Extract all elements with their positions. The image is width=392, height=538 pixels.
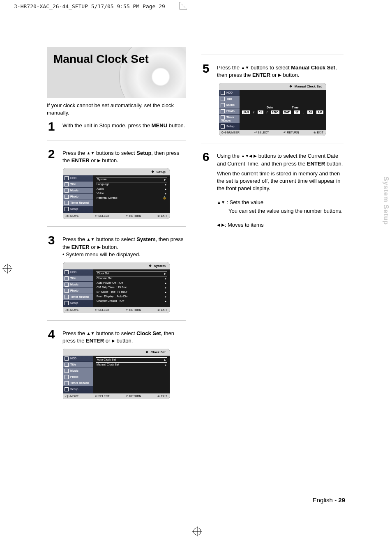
osd-main: System Language Audio Video Parental Con… [93,175,170,213]
step-number: 2 [47,148,56,164]
osd-tab-title: Title [63,182,93,188]
step-2: 2 Press the ▲▼ buttons to select Setup, … [47,148,186,164]
step-number: 4 [47,328,56,345]
side-tab: System Setup [382,177,390,225]
osd-header: Clock Set [63,349,170,356]
osd-sidebar: HDD Title Music Photo Timer Record Setup [219,90,240,130]
step-number: 5 [201,62,210,79]
osd-screenshot-clockset: Clock Set HDD Title Music Photo Timer Re… [63,349,170,399]
osd-screenshot-manual-clock: Manual Clock Set HDD Title Music Photo T… [219,83,326,136]
date-month: JAN [242,110,250,114]
step-1: 1 With the unit in Stop mode, press the … [47,120,186,133]
date-day: 01 [258,110,263,114]
osd-header: System [63,262,170,269]
step-text: Using the ▲▼◀ ▶ buttons to select the Cu… [217,151,344,229]
osd-header: Setup [63,168,170,175]
osd-screenshot-setup: Setup HDD Title Music Photo Timer Record… [63,168,170,219]
time-ampm: AM [316,110,323,114]
step-5: 5 Press the ▲▼ buttons to select Manual … [201,62,344,79]
step-text: Press the ▲▼ buttons to select System, t… [62,234,186,258]
step-3: 3 Press the ▲▼ buttons to select System,… [47,234,186,258]
separator [47,140,186,140]
osd-tab-timer: Timer Record [63,200,93,206]
osd-main: Clock Set Channel Set Auto Power Off : O… [93,269,170,307]
osd-sidebar: HDD Title Music Photo Timer Record Setup [63,269,93,307]
step-text: With the unit in Stop mode, press the ME… [62,120,186,133]
time-hour: 12 [294,110,300,114]
page-title: Manual Clock Set [53,53,149,66]
separator [47,226,186,227]
job-header: 3-HR720-XAC_26-44_SETUP 5/17/05 9:55 PM … [14,3,165,9]
time-min: 00 [307,110,313,114]
osd-main: Auto Clock Set Manual Clock Set [93,356,170,393]
osd-main: DateTime JAN/01/2005 SAT 12:00AM [240,90,326,130]
separator [201,55,344,55]
osd-footer: ◁▷ MOVE⏎ SELECT↶ RETURN⊗ EXIT [63,213,170,219]
step-number: 1 [47,120,56,133]
step-text: Press the ▲▼ buttons to select Clock Set… [62,328,186,345]
step-number: 6 [201,151,210,229]
intro-text: If your clock cannot be set automaticall… [47,102,186,116]
step-6: 6 Using the ▲▼◀ ▶ buttons to select the … [201,151,344,229]
osd-tab-setup: Setup [63,206,93,212]
pagefold-icon [179,2,187,10]
separator [47,320,186,321]
title-block: Manual Clock Set [47,47,186,98]
osd-tab-photo: Photo [63,194,93,200]
osd-sidebar: HDD Title Music Photo Timer Record Setup [63,356,93,393]
osd-tab-hdd: HDD [63,175,93,182]
step-text: Press the ▲▼ buttons to select Setup, th… [62,148,186,164]
registration-mark-icon [192,527,202,536]
date-dow: SAT [283,110,291,114]
page-footer: English - 29 [313,497,345,504]
osd-header: Manual Clock Set [219,83,326,90]
osd-screenshot-system: System HDD Title Music Photo Timer Recor… [63,262,170,313]
osd-tab-music: Music [63,188,93,194]
separator [201,143,344,143]
step-text: Press the ▲▼ buttons to select Manual Cl… [217,62,344,79]
date-year: 2005 [271,110,280,114]
osd-sidebar: HDD Title Music Photo Timer Record Setup [63,175,93,213]
registration-mark-icon [2,264,12,274]
step-number: 3 [47,234,56,258]
step-4: 4 Press the ▲▼ buttons to select Clock S… [47,328,186,345]
